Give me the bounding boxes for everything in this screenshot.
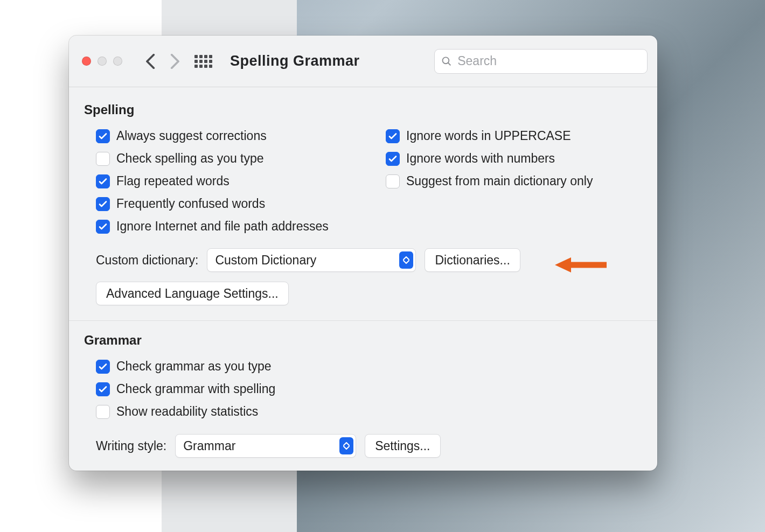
- checkbox-ignore-internet-and-file-path-addresses[interactable]: [96, 220, 110, 234]
- option-label: Suggest from main dictionary only: [406, 173, 593, 190]
- option-frequently-confused-words: Frequently confused words: [84, 193, 352, 215]
- option-label: Check grammar as you type: [116, 359, 272, 375]
- zoom-window-button[interactable]: [113, 57, 122, 66]
- checkbox-check-grammar-with-spelling[interactable]: [96, 382, 110, 396]
- option-label: Show readability statistics: [116, 404, 258, 420]
- section-divider: [69, 320, 657, 321]
- check-icon: [99, 362, 107, 371]
- grammar-settings-button[interactable]: Settings...: [365, 434, 440, 458]
- prefs-search[interactable]: [434, 49, 648, 74]
- close-window-button[interactable]: [82, 57, 91, 66]
- check-icon: [388, 155, 397, 163]
- checkbox-frequently-confused-words[interactable]: [96, 197, 110, 211]
- custom-dictionary-value: Custom Dictionary: [215, 253, 316, 268]
- search-input[interactable]: [457, 54, 641, 68]
- option-ignore-words-in-uppercase: Ignore words in UPPERCASE: [374, 125, 642, 148]
- option-suggest-from-main-dictionary-only: Suggest from main dictionary only: [374, 170, 642, 193]
- select-stepper-icon: [339, 437, 353, 454]
- writing-style-row: Writing style: Grammar Settings...: [84, 423, 642, 458]
- option-check-grammar-with-spelling: Check grammar with spelling: [84, 378, 642, 401]
- option-show-readability-statistics: Show readability statistics: [84, 401, 642, 423]
- checkbox-check-spelling-as-you-type[interactable]: [96, 152, 110, 166]
- check-icon: [388, 132, 397, 141]
- search-icon: [441, 55, 452, 67]
- option-label: Ignore words in UPPERCASE: [406, 128, 571, 144]
- show-all-prefs-button[interactable]: [194, 55, 213, 68]
- select-stepper-icon: [399, 251, 413, 269]
- checkbox-check-grammar-as-you-type[interactable]: [96, 360, 110, 374]
- spelling-options: Always suggest correctionsCheck spelling…: [84, 125, 642, 237]
- option-check-spelling-as-you-type: Check spelling as you type: [84, 148, 352, 170]
- writing-style-label: Writing style:: [96, 439, 166, 453]
- chevron-right-icon: [170, 54, 179, 69]
- option-label: Always suggest corrections: [116, 128, 267, 144]
- advanced-language-settings-button[interactable]: Advanced Language Settings...: [96, 282, 289, 305]
- checkbox-always-suggest-corrections[interactable]: [96, 129, 110, 143]
- check-icon: [99, 200, 107, 208]
- back-button[interactable]: [144, 54, 158, 68]
- preferences-window: Spelling Grammar Spelling Always suggest…: [69, 36, 657, 471]
- arrow-left-icon: [555, 255, 608, 275]
- option-label: Ignore Internet and file path addresses: [116, 219, 329, 235]
- check-icon: [99, 132, 107, 141]
- window-title: Spelling Grammar: [230, 53, 360, 69]
- writing-style-select[interactable]: Grammar: [175, 434, 356, 458]
- svg-marker-2: [555, 257, 571, 272]
- option-flag-repeated-words: Flag repeated words: [84, 170, 352, 193]
- option-label: Check grammar with spelling: [116, 381, 275, 397]
- checkbox-ignore-words-with-numbers[interactable]: [386, 152, 400, 166]
- checkbox-flag-repeated-words[interactable]: [96, 174, 110, 188]
- checkbox-show-readability-statistics[interactable]: [96, 405, 110, 419]
- minimize-window-button[interactable]: [98, 57, 107, 66]
- forward-button[interactable]: [168, 54, 182, 68]
- dictionaries-button[interactable]: Dictionaries...: [425, 248, 520, 272]
- check-icon: [99, 222, 107, 231]
- writing-style-value: Grammar: [183, 439, 235, 453]
- check-icon: [99, 385, 107, 394]
- grammar-heading: Grammar: [84, 333, 642, 348]
- check-icon: [99, 177, 107, 186]
- option-always-suggest-corrections: Always suggest corrections: [84, 125, 352, 148]
- option-label: Frequently confused words: [116, 196, 265, 212]
- window-controls: [82, 57, 122, 66]
- annotation-arrow: [555, 254, 608, 276]
- custom-dictionary-select[interactable]: Custom Dictionary: [207, 248, 416, 272]
- option-label: Flag repeated words: [116, 173, 229, 190]
- checkbox-ignore-words-in-uppercase[interactable]: [386, 129, 400, 143]
- checkbox-suggest-from-main-dictionary-only[interactable]: [386, 174, 400, 188]
- option-ignore-internet-and-file-path-addresses: Ignore Internet and file path addresses: [84, 215, 352, 238]
- option-label: Ignore words with numbers: [406, 151, 555, 167]
- option-check-grammar-as-you-type: Check grammar as you type: [84, 355, 642, 378]
- option-label: Check spelling as you type: [116, 151, 264, 167]
- option-ignore-words-with-numbers: Ignore words with numbers: [374, 148, 642, 170]
- window-toolbar: Spelling Grammar: [69, 36, 657, 87]
- chevron-left-icon: [146, 54, 156, 69]
- custom-dictionary-label: Custom dictionary:: [96, 253, 198, 268]
- spelling-heading: Spelling: [84, 102, 642, 117]
